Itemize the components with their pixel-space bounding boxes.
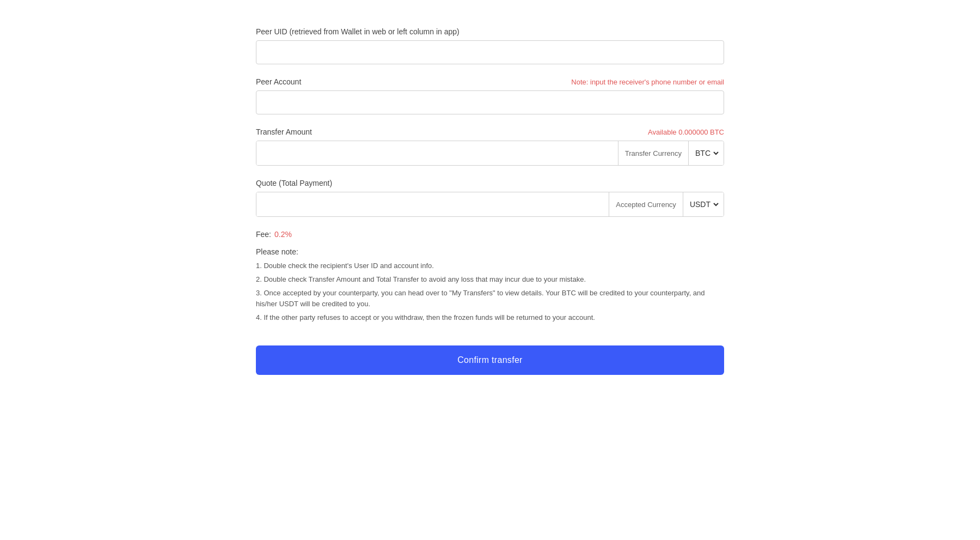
transfer-amount-label: Transfer Amount — [256, 128, 312, 136]
peer-uid-group: Peer UID (retrieved from Wallet in web o… — [256, 27, 724, 64]
note-item-4: 4. If the other party refuses to accept … — [256, 312, 724, 324]
transfer-currency-select[interactable]: BTC — [688, 141, 724, 165]
quote-input[interactable] — [256, 192, 609, 216]
fee-value: 0.2% — [274, 230, 292, 239]
peer-account-group: Peer Account Note: input the receiver's … — [256, 77, 724, 114]
transfer-amount-input[interactable] — [256, 141, 618, 165]
peer-account-label: Peer Account — [256, 77, 301, 86]
notes-section: Please note: 1. Double check the recipie… — [256, 247, 724, 324]
peer-uid-input[interactable] — [256, 40, 724, 64]
confirm-transfer-button[interactable]: Confirm transfer — [256, 345, 724, 375]
peer-uid-label: Peer UID (retrieved from Wallet in web o… — [256, 27, 460, 36]
note-item-2: 2. Double check Transfer Amount and Tota… — [256, 274, 724, 286]
accepted-currency-value: USDT — [690, 200, 710, 209]
transfer-amount-label-row: Transfer Amount Available 0.000000 BTC — [256, 128, 724, 136]
peer-account-label-row: Peer Account Note: input the receiver's … — [256, 77, 724, 86]
transfer-currency-value: BTC — [695, 149, 710, 157]
accepted-currency-label: Accepted Currency — [609, 192, 683, 216]
note-item-3: 3. Once accepted by your counterparty, y… — [256, 288, 724, 311]
quote-label-row: Quote (Total Payment) — [256, 179, 724, 187]
peer-uid-label-row: Peer UID (retrieved from Wallet in web o… — [256, 27, 724, 36]
accepted-currency-select[interactable]: USDT — [683, 192, 724, 216]
notes-list: 1. Double check the recipient's User ID … — [256, 260, 724, 324]
peer-account-input[interactable] — [256, 90, 724, 114]
fee-row: Fee: 0.2% — [256, 230, 724, 239]
transfer-amount-available: Available 0.000000 BTC — [648, 128, 724, 136]
quote-group: Quote (Total Payment) Accepted Currency … — [256, 179, 724, 217]
transfer-currency-chevron-icon — [713, 150, 719, 156]
transfer-form: Peer UID (retrieved from Wallet in web o… — [256, 16, 724, 386]
peer-account-note: Note: input the receiver's phone number … — [571, 78, 724, 86]
transfer-amount-input-group: Transfer Currency BTC — [256, 141, 724, 166]
notes-title: Please note: — [256, 247, 724, 256]
quote-label: Quote (Total Payment) — [256, 179, 332, 187]
note-item-1: 1. Double check the recipient's User ID … — [256, 260, 724, 272]
fee-label: Fee: — [256, 230, 271, 239]
transfer-amount-group: Transfer Amount Available 0.000000 BTC T… — [256, 128, 724, 166]
transfer-currency-label: Transfer Currency — [618, 141, 688, 165]
accepted-currency-chevron-icon — [713, 201, 719, 208]
quote-input-group: Accepted Currency USDT — [256, 192, 724, 217]
